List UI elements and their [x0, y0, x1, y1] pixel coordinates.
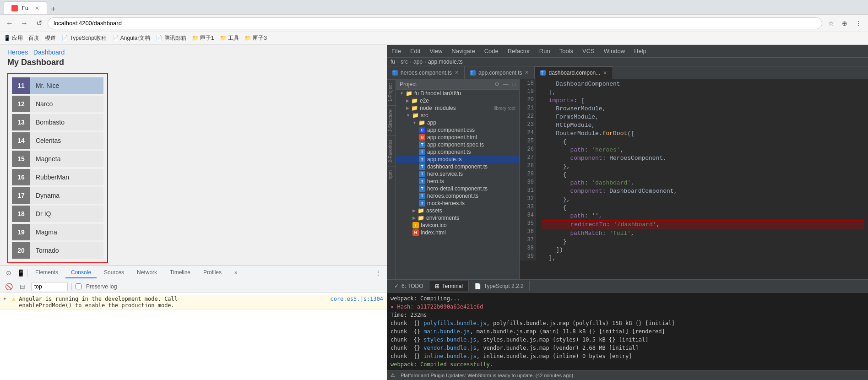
- sidebar-settings-icon[interactable]: ⚙: [494, 81, 499, 87]
- tree-item[interactable]: ▶📁environments: [396, 214, 519, 222]
- menu-run[interactable]: Run: [535, 45, 555, 57]
- hero-item[interactable]: 11 Mr. Nice: [12, 77, 103, 94]
- menu-button[interactable]: ⋮: [852, 17, 864, 29]
- console-filter-button[interactable]: ⊟: [17, 282, 27, 292]
- forward-button[interactable]: →: [18, 17, 30, 29]
- menu-refactor[interactable]: Refactor: [503, 45, 535, 57]
- menu-tools[interactable]: Tools: [555, 45, 578, 57]
- console-warning-text: Angular is running in the development mo…: [19, 296, 326, 309]
- devtools-settings-button[interactable]: ⋮: [373, 268, 383, 278]
- v-tab-structure[interactable]: J-Structure: [387, 105, 396, 136]
- tree-item[interactable]: ▶📁assets: [396, 207, 519, 214]
- tree-item[interactable]: Happ.component.html: [396, 134, 519, 141]
- expand-icon[interactable]: ▶: [4, 296, 6, 309]
- bookmark-angular[interactable]: 📄 Angular文档: [112, 34, 150, 42]
- tree-item[interactable]: Thero-detail.component.ts: [396, 185, 519, 192]
- bookmark-button[interactable]: ☆: [825, 17, 837, 29]
- dashboard-link[interactable]: Dashboard: [33, 49, 65, 56]
- menu-help[interactable]: Help: [629, 45, 651, 57]
- tree-item[interactable]: Tapp.component.spec.ts: [396, 141, 519, 148]
- tab-label-dashboard: dashboard.compon...: [548, 70, 600, 76]
- bookmark-typescript[interactable]: 📄 TypeScript教程: [61, 34, 107, 42]
- new-tab-button[interactable]: +: [47, 5, 60, 14]
- tree-item[interactable]: ▼📁fu D:\nodeLianXi\fu: [396, 90, 519, 97]
- hero-item[interactable]: 14 Celeritas: [12, 132, 103, 149]
- tree-item[interactable]: Tdashboard.component.ts: [396, 163, 519, 170]
- hero-item[interactable]: 15 Magneta: [12, 151, 103, 167]
- tree-label: index.html: [421, 229, 515, 236]
- bookmark-sakura[interactable]: 樱道: [45, 34, 56, 42]
- menu-view[interactable]: View: [425, 45, 447, 57]
- menu-edit[interactable]: Edit: [406, 45, 425, 57]
- ide-editor[interactable]: 1819202122232425262728293031323334353637…: [520, 79, 868, 279]
- terminal-tab-typescript[interactable]: 📄 TypeScript 2.2.2: [469, 281, 530, 291]
- hero-item[interactable]: 20 Tornado: [12, 242, 103, 259]
- tab-profiles[interactable]: Profiles: [198, 267, 227, 278]
- v-tab-project[interactable]: 1-Project: [387, 79, 396, 105]
- tab-elements[interactable]: Elements: [30, 267, 64, 278]
- tab-sources[interactable]: Sources: [98, 267, 130, 278]
- tab-dashboard-component[interactable]: T dashboard.compon... ✕: [535, 66, 613, 79]
- tab-close-app[interactable]: ✕: [525, 70, 529, 76]
- reload-button[interactable]: ↺: [33, 17, 45, 29]
- tree-item[interactable]: Ifavicon.ico: [396, 222, 519, 229]
- tree-item[interactable]: ▶📁e2e: [396, 97, 519, 104]
- terminal-tab-todo[interactable]: ✓ 6: TODO: [389, 281, 429, 291]
- menu-navigate[interactable]: Navigate: [447, 45, 479, 57]
- tree-item[interactable]: Hindex.html: [396, 229, 519, 236]
- devtools-mobile-button[interactable]: 📱: [16, 268, 26, 278]
- tab-title: Fu: [22, 5, 28, 11]
- back-button[interactable]: ←: [4, 17, 16, 29]
- tree-item[interactable]: Thero.ts: [396, 178, 519, 185]
- tab-app-component[interactable]: T app.component.ts ✕: [465, 66, 535, 79]
- bookmark-tencent[interactable]: 📄 腾讯邮箱: [156, 34, 186, 42]
- sidebar-expand-icon[interactable]: □: [512, 81, 515, 87]
- tab-close-heroes[interactable]: ✕: [455, 70, 459, 76]
- bookmark-box1[interactable]: 📁 匣子1: [192, 34, 214, 42]
- menu-file[interactable]: File: [387, 45, 406, 57]
- hero-item[interactable]: 16 RubberMan: [12, 169, 103, 185]
- tree-item[interactable]: Tapp.component.ts: [396, 148, 519, 156]
- tab-more[interactable]: »: [229, 267, 243, 278]
- sidebar-collapse-icon[interactable]: —: [503, 81, 509, 87]
- tab-console[interactable]: Console: [65, 267, 97, 278]
- v-tab-favorites[interactable]: 2-Favorites: [387, 136, 396, 166]
- tree-item[interactable]: ▶📁node_moduleslibrary root: [396, 104, 519, 112]
- tree-item[interactable]: ▼📁src: [396, 112, 519, 119]
- tab-timeline[interactable]: Timeline: [164, 267, 196, 278]
- hero-item[interactable]: 12 Narco: [12, 96, 103, 112]
- bookmark-apps[interactable]: 📱 应用: [4, 34, 23, 42]
- active-tab[interactable]: Fu ✕: [4, 1, 47, 14]
- hero-item[interactable]: 19 Magma: [12, 224, 103, 240]
- tree-item[interactable]: Theroes.component.ts: [396, 192, 519, 200]
- devtools-inspect-button[interactable]: ⊙: [4, 268, 14, 278]
- terminal-tab-terminal[interactable]: ⊞ Terminal: [429, 281, 469, 291]
- console-clear-button[interactable]: 🚫: [4, 282, 14, 292]
- tab-close-button[interactable]: ✕: [35, 5, 39, 11]
- extension-button[interactable]: ⊕: [839, 17, 851, 29]
- heroes-link[interactable]: Heroes: [7, 49, 28, 56]
- menu-window[interactable]: Window: [599, 45, 629, 57]
- tree-item[interactable]: Capp.component.css: [396, 126, 519, 134]
- bookmark-baidu[interactable]: 百度: [28, 34, 39, 42]
- tab-heroes-component[interactable]: T heroes.component.ts ✕: [387, 66, 465, 79]
- console-source-link[interactable]: core.es5.js:1304: [330, 296, 383, 309]
- console-context-select[interactable]: [31, 282, 68, 291]
- menu-code[interactable]: Code: [480, 45, 503, 57]
- preserve-log-checkbox[interactable]: [76, 283, 81, 289]
- bookmark-tools[interactable]: 📁 工具: [220, 34, 239, 42]
- editor-line: ]): [542, 246, 864, 254]
- bookmark-box3[interactable]: 📁 匣子3: [244, 34, 267, 42]
- tree-item[interactable]: Tapp.module.ts: [396, 156, 519, 163]
- v-tab-npm[interactable]: npm: [387, 166, 396, 183]
- tab-close-dashboard[interactable]: ✕: [603, 70, 607, 76]
- hero-item[interactable]: 18 Dr IQ: [12, 206, 103, 222]
- tree-item[interactable]: Tmock-heroes.ts: [396, 200, 519, 207]
- tree-item[interactable]: Thero.service.ts: [396, 170, 519, 178]
- hero-item[interactable]: 17 Dynama: [12, 187, 103, 204]
- menu-vcs[interactable]: VCS: [578, 45, 599, 57]
- hero-item[interactable]: 13 Bombasto: [12, 114, 103, 130]
- address-input[interactable]: [48, 17, 822, 29]
- tab-network[interactable]: Network: [131, 267, 163, 278]
- tree-item[interactable]: ▼📁app: [396, 119, 519, 126]
